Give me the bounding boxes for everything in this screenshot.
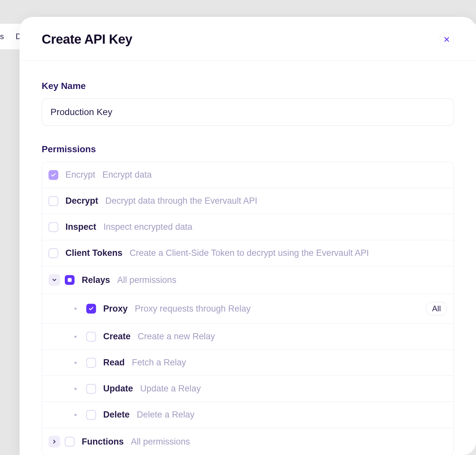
checkbox-relays-proxy[interactable] — [86, 304, 96, 314]
permission-row-relays-update[interactable]: Update Update a Relay — [42, 376, 454, 402]
permission-desc: Update a Relay — [140, 384, 201, 394]
checkbox-client-tokens[interactable] — [49, 248, 58, 258]
permission-row-functions[interactable]: Functions All permissions — [42, 428, 454, 455]
modal-header: Create API Key — [20, 17, 476, 61]
expand-toggle-relays[interactable] — [49, 274, 60, 286]
modal-body: Key Name Permissions Encrypt Encrypt dat… — [20, 61, 476, 455]
permission-row-relays-create[interactable]: Create Create a new Relay — [42, 324, 454, 350]
checkbox-relays-create[interactable] — [86, 332, 96, 342]
permission-row-client-tokens[interactable]: Client Tokens Create a Client-Side Token… — [42, 240, 454, 266]
permission-name: Delete — [103, 410, 130, 420]
permissions-panel: Encrypt Encrypt data Decrypt Decrypt dat… — [42, 162, 454, 455]
permission-row-inspect[interactable]: Inspect Inspect encrypted data — [42, 214, 454, 240]
checkbox-encrypt[interactable] — [49, 170, 58, 180]
checkbox-relays-delete[interactable] — [86, 410, 96, 420]
permission-name: Proxy — [103, 304, 128, 314]
checkbox-relays[interactable] — [65, 275, 75, 285]
checkbox-inspect[interactable] — [49, 222, 58, 232]
scope-pill-all[interactable]: All — [426, 302, 447, 316]
checkbox-decrypt[interactable] — [49, 196, 58, 206]
permission-desc: Encrypt data — [103, 170, 152, 180]
create-api-key-modal: Create API Key Key Name Permissions — [20, 17, 476, 455]
chevron-down-icon — [51, 277, 57, 283]
checkbox-relays-update[interactable] — [86, 384, 96, 394]
permission-name: Client Tokens — [65, 248, 122, 258]
bullet-icon — [75, 414, 77, 416]
permission-desc: Create a Client-Side Token to decrypt us… — [130, 248, 369, 258]
expand-toggle-functions[interactable] — [49, 436, 60, 448]
permission-row-relays[interactable]: Relays All permissions — [42, 266, 454, 294]
permission-desc: All permissions — [131, 437, 190, 447]
permission-row-relays-proxy[interactable]: Proxy Proxy requests through Relay All — [42, 294, 454, 324]
checkbox-relays-read[interactable] — [86, 358, 96, 368]
permission-desc: Delete a Relay — [137, 410, 194, 420]
permission-row-encrypt[interactable]: Encrypt Encrypt data — [42, 162, 454, 188]
permission-name: Relays — [82, 275, 110, 285]
permission-desc: All permissions — [117, 275, 176, 285]
modal-title: Create API Key — [42, 32, 132, 47]
permissions-label: Permissions — [42, 144, 454, 154]
bullet-icon — [75, 388, 77, 390]
permission-name: Create — [103, 331, 131, 342]
permission-desc: Create a new Relay — [138, 331, 215, 342]
permission-desc: Fetch a Relay — [132, 358, 186, 368]
bullet-icon — [75, 336, 77, 338]
permission-name: Decrypt — [65, 196, 98, 206]
bullet-icon — [75, 362, 77, 364]
permission-desc: Decrypt data through the Evervault API — [105, 196, 258, 206]
permission-name: Functions — [82, 437, 124, 447]
permission-row-relays-read[interactable]: Read Fetch a Relay — [42, 350, 454, 376]
permission-row-decrypt[interactable]: Decrypt Decrypt data through the Evervau… — [42, 188, 454, 214]
key-name-label: Key Name — [42, 81, 454, 91]
permission-desc: Proxy requests through Relay — [135, 304, 251, 314]
permission-desc: Inspect encrypted data — [104, 222, 192, 232]
close-icon — [443, 36, 450, 43]
permission-name: Read — [103, 358, 125, 368]
permission-row-relays-delete[interactable]: Delete Delete a Relay — [42, 402, 454, 428]
close-button[interactable] — [440, 32, 454, 47]
checkbox-functions[interactable] — [65, 437, 75, 447]
permission-name: Encrypt — [65, 170, 95, 180]
key-name-input[interactable] — [42, 98, 454, 126]
bg-tab-fragment: s — [0, 32, 4, 41]
bullet-icon — [75, 308, 77, 310]
chevron-right-icon — [51, 439, 57, 445]
permission-name: Inspect — [65, 222, 96, 232]
permission-name: Update — [103, 384, 133, 394]
